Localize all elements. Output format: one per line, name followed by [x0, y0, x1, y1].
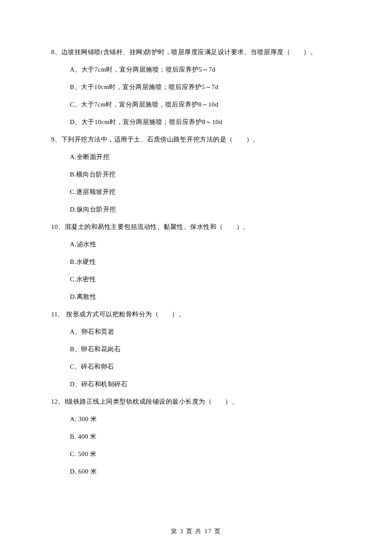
option-c: C.水密性 [51, 276, 342, 283]
question-stem: 8、边坡挂网锚喷(含锚杆、挂网)防护时，喷层厚度应满足设计要求。当喷层厚度（ ）… [51, 49, 342, 55]
option-d: D、碎石和机制碎石 [51, 381, 342, 387]
option-c: C. 500 米 [51, 451, 342, 457]
option-a: A、卵石和页岩 [51, 329, 342, 335]
option-d: D.离散性 [51, 294, 342, 300]
option-c: C、碎石和卵石 [51, 364, 342, 370]
option-b: B.横向台阶开挖 [51, 171, 342, 178]
option-b: B. 400 米 [51, 434, 342, 440]
question-8: 8、边坡挂网锚喷(含锚杆、挂网)防护时，喷层厚度应满足设计要求。当喷层厚度（ ）… [51, 49, 342, 125]
question-stem: 10、混凝土的和易性主要包括流动性、黏聚性、保水性和（ ）。 [51, 224, 342, 230]
option-b: B、卵石和花岗石 [51, 346, 342, 353]
option-d: D、大于10cm时，宜分两层施喷；喷后应养护8～10d [51, 119, 342, 125]
page-footer: 第 3 页 共 17 页 [0, 528, 392, 535]
option-a: A. 300 米 [51, 416, 342, 422]
option-b: B.水硬性 [51, 259, 342, 265]
question-9: 9、下列开挖方法中，适用于土、石质傍山路堑开挖方法的是（ ）。 A.全断面开挖 … [51, 136, 342, 213]
option-a: A.泌水性 [51, 241, 342, 248]
option-d: D.纵向台阶开挖 [51, 206, 342, 213]
question-11: 11、 按形成方式可以把粗骨料分为（ ）。 A、卵石和页岩 B、卵石和花岗石 C… [51, 311, 342, 387]
option-c: C、大于7cm时，宜分两层施喷，喷后应养护8～10d [51, 101, 342, 108]
option-d: D. 600 米 [51, 468, 342, 475]
option-a: A.全断面开挖 [51, 154, 342, 160]
option-c: C.逐层顺坡开挖 [51, 189, 342, 195]
question-stem: 12、Ⅰ级铁路正线上同类型轨枕成段铺设的最小长度为（ ）。 [51, 399, 342, 405]
question-12: 12、Ⅰ级铁路正线上同类型轨枕成段铺设的最小长度为（ ）。 A. 300 米 B… [51, 399, 342, 475]
option-a: A、大于7cm时，宜分两层施喷；喷后应养护5～7d [51, 66, 342, 73]
question-stem: 9、下列开挖方法中，适用于土、石质傍山路堑开挖方法的是（ ）。 [51, 136, 342, 143]
question-stem: 11、 按形成方式可以把粗骨料分为（ ）。 [51, 311, 342, 318]
question-10: 10、混凝土的和易性主要包括流动性、黏聚性、保水性和（ ）。 A.泌水性 B.水… [51, 224, 342, 300]
page-content: 8、边坡挂网锚喷(含锚杆、挂网)防护时，喷层厚度应满足设计要求。当喷层厚度（ ）… [0, 0, 392, 475]
option-b: B、大于10cm时，宜分两层施喷；喷后应养护5～7d [51, 84, 342, 90]
